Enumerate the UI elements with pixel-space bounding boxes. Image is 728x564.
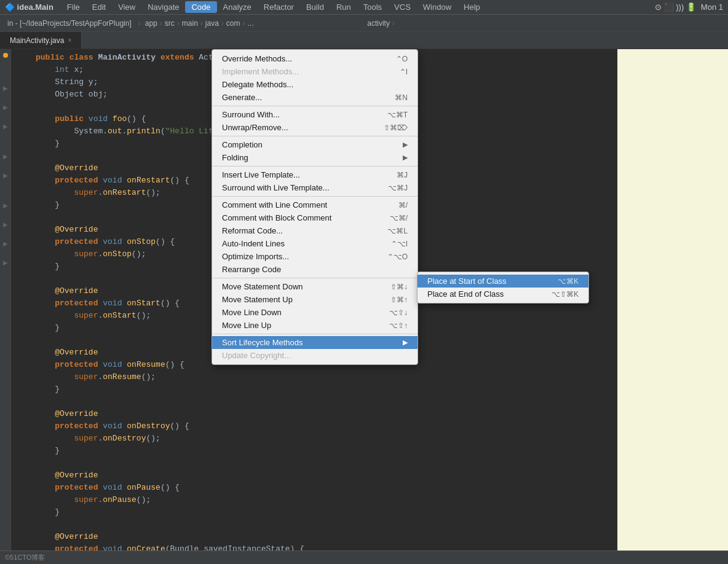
fold-arrow-8[interactable]: ▶ bbox=[3, 240, 8, 247]
code-line: @Override bbox=[36, 531, 617, 543]
menu-move-line-up[interactable]: Move Line Up ⌥⇧↑ bbox=[212, 319, 417, 332]
code-line: } bbox=[36, 445, 617, 457]
code-line bbox=[36, 396, 617, 408]
code-line: @Override bbox=[36, 408, 617, 420]
menubar-right: ⊙ ⬛ ))) 🔋 Mon 1 bbox=[655, 2, 723, 12]
breakpoint-indicator[interactable] bbox=[3, 53, 8, 58]
menu-auto-indent[interactable]: Auto-Indent Lines ⌃⌥I bbox=[212, 237, 417, 250]
menu-generate[interactable]: Generate... ⌘N bbox=[212, 91, 417, 104]
menu-item-shortcut: ⌥⌘J bbox=[388, 184, 408, 192]
fold-arrow-1[interactable]: ▶ bbox=[3, 85, 8, 92]
fold-arrow-4[interactable]: ▶ bbox=[3, 153, 8, 160]
tab-close-button[interactable]: × bbox=[68, 37, 71, 44]
fold-arrow-9[interactable]: ▶ bbox=[3, 259, 8, 266]
fold-arrow-3[interactable]: ▶ bbox=[3, 123, 8, 130]
menu-view[interactable]: View bbox=[112, 1, 141, 13]
activity-label[interactable]: activity bbox=[367, 19, 390, 28]
menu-help[interactable]: Help bbox=[457, 1, 486, 13]
menu-item-label: Auto-Indent Lines bbox=[222, 239, 285, 248]
menu-surround-live-template[interactable]: Surround with Live Template... ⌥⌘J bbox=[212, 181, 417, 194]
menu-insert-live-template[interactable]: Insert Live Template... ⌘J bbox=[212, 168, 417, 181]
menu-items: File Edit View Navigate Code Analyze Ref… bbox=[61, 1, 655, 13]
sort-lifecycle-submenu[interactable]: Place at Start of Class ⌥⌘K Place at End… bbox=[417, 272, 589, 304]
menu-delegate-methods[interactable]: Delegate Methods... bbox=[212, 78, 417, 91]
fold-arrow-6[interactable]: ▶ bbox=[3, 202, 8, 209]
main-area: ▶ ▶ ▶ ▶ ▶ ▶ ▶ ▶ ▶ public class MainActiv… bbox=[0, 49, 728, 564]
code-line: super.onResume(); bbox=[36, 371, 617, 383]
fold-arrow-2[interactable]: ▶ bbox=[3, 104, 8, 111]
menu-edit[interactable]: Edit bbox=[86, 1, 112, 13]
menu-reformat-code[interactable]: Reformat Code... ⌥⌘L bbox=[212, 224, 417, 237]
tab-mainactivity[interactable]: MainActivity.java × bbox=[0, 32, 82, 49]
menu-item-shortcut: ⌥⇧↓ bbox=[389, 308, 408, 317]
code-line: @Override bbox=[36, 469, 617, 482]
menu-right-icons: ⊙ ⬛ ))) 🔋 bbox=[655, 2, 696, 12]
menu-file[interactable]: File bbox=[61, 1, 86, 13]
menu-item-label: Folding bbox=[222, 153, 248, 162]
breadcrumb-app[interactable]: app bbox=[145, 19, 157, 28]
folding-arrow: ▶ bbox=[403, 154, 408, 162]
breadcrumb-src[interactable]: src bbox=[165, 19, 175, 28]
menu-item-label: Sort Lifecycle Methods bbox=[222, 338, 303, 347]
menu-separator-5 bbox=[212, 278, 417, 278]
menu-separator-6 bbox=[212, 334, 417, 334]
menu-tools[interactable]: Tools bbox=[357, 1, 388, 13]
menu-vcs[interactable]: VCS bbox=[388, 1, 417, 13]
status-bar: ©51CTO博客 bbox=[0, 550, 728, 564]
menu-refactor[interactable]: Refactor bbox=[258, 1, 300, 13]
submenu-place-end[interactable]: Place at End of Class ⌥⇧⌘K bbox=[417, 288, 588, 300]
breadcrumb-java[interactable]: java bbox=[205, 19, 219, 28]
menubar: 🔷 idea.Main File Edit View Navigate Code… bbox=[0, 0, 728, 15]
menu-item-shortcut: ⌘J bbox=[397, 171, 408, 179]
menu-item-label: Move Line Down bbox=[222, 308, 282, 317]
menu-unwrap-remove[interactable]: Unwrap/Remove... ⇧⌘⌦ bbox=[212, 121, 417, 134]
completion-arrow: ▶ bbox=[403, 141, 408, 149]
menu-item-label: Move Line Up bbox=[222, 321, 271, 330]
menu-item-shortcut: ⌃⌥I bbox=[391, 240, 408, 248]
breadcrumb-main[interactable]: main bbox=[182, 19, 198, 28]
menu-run[interactable]: Run bbox=[330, 1, 357, 13]
menu-completion[interactable]: Completion ▶ bbox=[212, 138, 417, 151]
menu-surround-with[interactable]: Surround With... ⌥⌘T bbox=[212, 108, 417, 121]
breadcrumb-com[interactable]: com bbox=[226, 19, 240, 28]
submenu-item-shortcut: ⌥⇧⌘K bbox=[552, 290, 579, 299]
menu-item-shortcut: ⇧⌘⌦ bbox=[384, 123, 408, 132]
menu-move-statement-down[interactable]: Move Statement Down ⇧⌘↓ bbox=[212, 280, 417, 293]
menu-item-shortcut: ⌘N bbox=[395, 93, 408, 102]
fold-arrow-5[interactable]: ▶ bbox=[3, 172, 8, 179]
code-line: super.onDestroy(); bbox=[36, 433, 617, 445]
menu-item-label: Comment with Line Comment bbox=[222, 200, 327, 210]
code-line: } bbox=[36, 383, 617, 396]
menu-item-label: Generate... bbox=[222, 93, 262, 102]
app-name: 🔷 idea.Main bbox=[5, 2, 53, 12]
menu-override-methods[interactable]: Override Methods... ⌃O bbox=[212, 52, 417, 65]
menu-sort-lifecycle[interactable]: Sort Lifecycle Methods ▶ bbox=[212, 336, 417, 349]
menu-folding[interactable]: Folding ▶ bbox=[212, 151, 417, 164]
menu-item-shortcut: ⌥⌘T bbox=[387, 111, 408, 119]
menu-rearrange-code[interactable]: Rearrange Code bbox=[212, 263, 417, 276]
menu-item-shortcut: ⌥⌘/ bbox=[390, 214, 408, 222]
fold-arrow-7[interactable]: ▶ bbox=[3, 221, 8, 228]
menu-navigate[interactable]: Navigate bbox=[141, 1, 185, 13]
breadcrumb-more[interactable]: ... bbox=[248, 19, 254, 28]
menu-build[interactable]: Build bbox=[300, 1, 330, 13]
menu-code[interactable]: Code bbox=[185, 1, 216, 13]
submenu-place-start[interactable]: Place at Start of Class ⌥⌘K bbox=[417, 275, 588, 288]
menu-comment-line[interactable]: Comment with Line Comment ⌘/ bbox=[212, 198, 417, 211]
menu-comment-block[interactable]: Comment with Block Comment ⌥⌘/ bbox=[212, 211, 417, 224]
window-title: in - [~/IdeaProjects/TestAppForPlugin] bbox=[7, 19, 132, 28]
menu-item-shortcut: ⌃I bbox=[400, 68, 408, 76]
menu-move-line-down[interactable]: Move Line Down ⌥⇧↓ bbox=[212, 306, 417, 319]
menu-item-shortcut: ⌥⌘L bbox=[387, 227, 408, 235]
menu-optimize-imports[interactable]: Optimize Imports... ⌃⌥O bbox=[212, 250, 417, 263]
menu-item-shortcut: ⌘/ bbox=[398, 201, 408, 210]
code-menu[interactable]: Override Methods... ⌃O Implement Methods… bbox=[212, 49, 418, 365]
menu-separator-4 bbox=[212, 196, 417, 197]
menu-analyze[interactable]: Analyze bbox=[217, 1, 258, 13]
menu-move-statement-up[interactable]: Move Statement Up ⇧⌘↑ bbox=[212, 293, 417, 306]
menu-item-label: Override Methods... bbox=[222, 54, 292, 63]
menu-item-shortcut: ⇧⌘↓ bbox=[390, 283, 408, 291]
menu-window[interactable]: Window bbox=[417, 1, 457, 13]
sort-lifecycle-arrow: ▶ bbox=[403, 339, 408, 347]
menu-item-shortcut: ⌥⇧↑ bbox=[389, 321, 408, 330]
